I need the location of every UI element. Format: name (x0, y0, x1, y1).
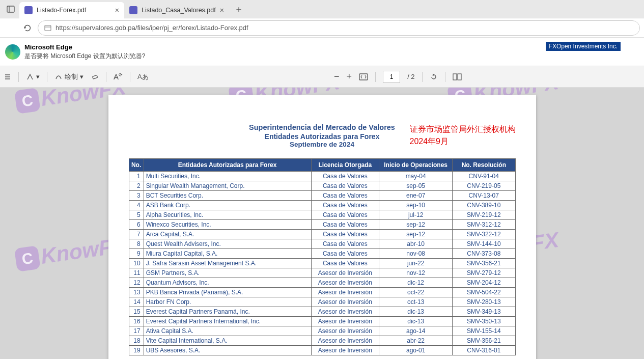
col-license: Licencia Otorgada (311, 159, 379, 172)
browser-tab[interactable]: Listado-Forex.pdf× (19, 2, 124, 18)
url-text: https://supervalores.gob.pa/files/iper/p… (55, 24, 248, 32)
annotation-text: 证券市场监管局外汇授权机构 2024年9月 (410, 123, 516, 148)
edge-default-prompt: Microsoft Edge 是否要将 Microsoft Edge 设置为默认… (0, 38, 644, 66)
tab-strip: Listado-Forex.pdf×Listado_Casa_Valores.p… (0, 0, 644, 18)
table-row: 18Vite Capital International, S.A.Asesor… (129, 336, 515, 346)
table-row: 6Winexco Securities, Inc.Casa de Valores… (129, 220, 515, 230)
selected-text-badge: FXOpen Investments Inc. (546, 42, 621, 51)
tab-title: Listado-Forex.pdf (37, 7, 111, 14)
svg-rect-0 (7, 6, 14, 12)
new-tab-button[interactable]: ＋ (229, 3, 248, 15)
edge-logo-icon (5, 44, 20, 60)
table-row: 11GSM Partners, S.A.Asesor de Inversiónn… (129, 268, 515, 278)
table-row: 10J. Safra Sarasin Asset Management S.A.… (129, 259, 515, 268)
chevron-down-icon: ▾ (80, 73, 83, 80)
favicon-icon (24, 6, 33, 14)
text-size-button[interactable]: A⟳ (114, 72, 123, 81)
url-input[interactable]: https://supervalores.gob.pa/files/iper/p… (38, 20, 640, 36)
edge-prompt-question: 是否要将 Microsoft Edge 设置为默认浏览器? (24, 52, 145, 60)
pdf-page: 证券市场监管局外汇授权机构 2024年9月 Superintendencia d… (108, 95, 536, 359)
favicon-icon (129, 6, 137, 14)
entities-table: No. Entidades Autorizadas para Forex Lic… (129, 158, 516, 355)
table-row: 13PKB Banca Privada (Panamá), S.A.Asesor… (129, 288, 515, 297)
page-view-button[interactable] (453, 73, 462, 80)
draw-label: 绘制 (65, 72, 78, 81)
site-info-icon[interactable] (44, 24, 51, 32)
pdf-toolbar: ▾ 绘制 ▾ A⟳ Aあ − + / 2 (0, 66, 644, 88)
zoom-out-button[interactable]: − (334, 71, 340, 82)
table-row: 2Singular Wealth Management, Corp.Casa d… (129, 181, 515, 191)
tab-title: Listado_Casa_Valores.pdf (142, 7, 216, 14)
table-row: 3BCT Securities Corp.Casa de Valoresene-… (129, 191, 515, 201)
rotate-button[interactable] (430, 73, 438, 81)
col-no: No. (129, 159, 144, 172)
close-tab-button[interactable]: × (220, 6, 224, 14)
col-res: No. Resolución (453, 159, 515, 172)
reload-button[interactable] (21, 22, 34, 34)
page-number-input[interactable] (383, 71, 400, 83)
erase-button[interactable] (91, 73, 99, 81)
tab-actions-button[interactable] (4, 3, 17, 16)
pdf-viewport[interactable]: CKnowFX CKnowFX CKnowFX CKnowFX CKnowFX … (0, 88, 644, 359)
table-row: 8Quest Wealth Advisers, Inc.Casa de Valo… (129, 239, 515, 249)
browser-tab[interactable]: Listado_Casa_Valores.pdf× (124, 2, 229, 18)
table-row: 5Alpha Securities, Inc.Casa de Valoresju… (129, 210, 515, 220)
page-total: / 2 (407, 73, 414, 80)
svg-rect-9 (453, 74, 457, 80)
table-row: 17Ativa Capital S.A.Asesor de Inversióna… (129, 326, 515, 336)
close-tab-button[interactable]: × (115, 6, 119, 14)
url-bar-row: https://supervalores.gob.pa/files/iper/p… (0, 18, 644, 38)
col-entity: Entidades Autorizadas para Forex (144, 159, 311, 172)
table-row: 7Arca Capital, S.A.Casa de Valoressep-12… (129, 230, 515, 239)
table-row: 1Multi Securities, Inc.Casa de Valoresma… (129, 172, 515, 181)
draw-button[interactable]: 绘制 ▾ (54, 72, 83, 81)
toc-button[interactable] (4, 73, 11, 80)
svg-rect-10 (458, 74, 461, 80)
zoom-in-button[interactable]: + (347, 71, 352, 82)
edge-prompt-title: Microsoft Edge (24, 43, 145, 51)
table-row: 9Miura Capital Capital, S.A.Casa de Valo… (129, 249, 515, 259)
table-row: 19UBS Asesores, S.A.Asesor de Inversióna… (129, 346, 515, 355)
fit-page-button[interactable] (359, 73, 368, 80)
svg-rect-7 (93, 75, 98, 79)
chevron-down-icon: ▾ (36, 73, 40, 80)
table-row: 4ASB Bank Corp.Casa de Valoressep-10CNV-… (129, 201, 515, 210)
read-aloud-button[interactable]: Aあ (137, 72, 149, 81)
svg-rect-2 (45, 25, 51, 31)
table-row: 14Harbor FN Corp.Asesor de Inversiónoct-… (129, 297, 515, 307)
table-row: 12Quantum Advisors, Inc.Asesor de Invers… (129, 278, 515, 288)
table-row: 15Everest Capital Partners Panamá, Inc.A… (129, 307, 515, 317)
highlight-button[interactable]: ▾ (26, 73, 40, 81)
table-row: 16Everest Capital Partners International… (129, 317, 515, 326)
col-start: Inicio de Operaciones (379, 159, 453, 172)
